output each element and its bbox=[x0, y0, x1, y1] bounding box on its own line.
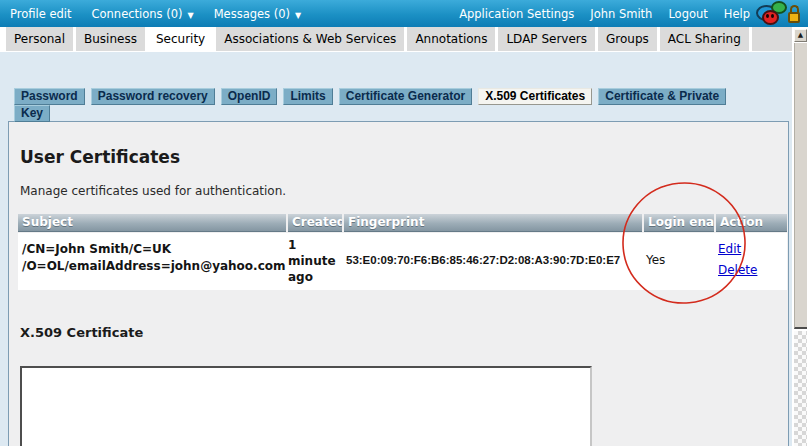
cell-fingerprint: 53:E0:09:70:F6:B6:85:46:27:D2:08:A3:90:7… bbox=[346, 254, 620, 266]
padlock-icon bbox=[788, 12, 800, 23]
column-header-login-enabled: Login enabled bbox=[644, 214, 714, 232]
tab-associations-web-services[interactable]: Associations & Web Services bbox=[216, 27, 404, 51]
dropdown-arrow-icon: ▼ bbox=[188, 11, 194, 20]
scrollbar-up-button[interactable]: ▲ bbox=[794, 29, 807, 42]
current-user-link[interactable]: John Smith bbox=[590, 7, 652, 21]
dropdown-arrow-icon: ▼ bbox=[295, 11, 301, 20]
subtab-certificate-private-key[interactable]: Certificate & Private bbox=[598, 88, 726, 105]
tab-security[interactable]: Security bbox=[148, 27, 213, 51]
subtab-certificate-private-key-wrap[interactable]: Key bbox=[14, 105, 50, 122]
profile-edit-link[interactable]: Profile edit bbox=[10, 7, 72, 21]
subtab-password-recovery[interactable]: Password recovery bbox=[91, 88, 215, 105]
subtab-password[interactable]: Password bbox=[14, 88, 85, 105]
column-header-action: Action bbox=[716, 214, 787, 232]
cell-subject: /CN=John Smith/C=UK /O=OL/emailAddress=j… bbox=[22, 241, 286, 275]
security-sub-tab-bar: Password Password recovery OpenID Limits… bbox=[14, 88, 789, 122]
subtab-limits[interactable]: Limits bbox=[283, 88, 332, 105]
connections-menu[interactable]: Connections (0)▼ bbox=[92, 7, 194, 21]
application-settings-link[interactable]: Application Settings bbox=[459, 7, 574, 21]
logout-link[interactable]: Logout bbox=[668, 7, 707, 21]
tab-ldap-servers[interactable]: LDAP Servers bbox=[498, 27, 595, 51]
cell-login-enabled: Yes bbox=[646, 253, 665, 267]
tab-business[interactable]: Business bbox=[76, 27, 145, 51]
edit-link[interactable]: Edit bbox=[718, 239, 757, 260]
page-description: Manage certificates used for authenticat… bbox=[20, 184, 286, 198]
sub-tab-row-1: Password Password recovery OpenID Limits… bbox=[14, 88, 789, 105]
column-header-subject: Subject bbox=[18, 214, 286, 232]
page-title: User Certificates bbox=[20, 147, 180, 167]
tab-acl-sharing[interactable]: ACL Sharing bbox=[660, 27, 749, 51]
red-face-icon bbox=[762, 10, 779, 25]
subtab-openid[interactable]: OpenID bbox=[221, 88, 278, 105]
messages-label: Messages (0) bbox=[214, 7, 290, 21]
help-link[interactable]: Help bbox=[724, 7, 750, 21]
subtab-x509-certificates[interactable]: X.509 Certificates bbox=[478, 88, 592, 105]
scrollbar-track[interactable] bbox=[794, 43, 807, 329]
main-tab-bar: Personal Business Security Associations … bbox=[0, 27, 792, 52]
column-header-created: Created bbox=[288, 214, 342, 232]
x509-certificate-textarea[interactable] bbox=[20, 366, 592, 446]
cell-actions: Edit Delete bbox=[718, 239, 757, 281]
transparency-checkerboard bbox=[794, 331, 807, 446]
tab-personal[interactable]: Personal bbox=[6, 27, 73, 51]
tab-annotations[interactable]: Annotations bbox=[407, 27, 495, 51]
column-header-fingerprint: Fingerprint bbox=[344, 214, 642, 232]
delete-link[interactable]: Delete bbox=[718, 260, 757, 281]
subject-line-1: /CN=John Smith/C=UK bbox=[22, 241, 286, 258]
topbar-left-menu: Profile edit Connections (0)▼ Messages (… bbox=[10, 0, 301, 27]
subtab-certificate-generator[interactable]: Certificate Generator bbox=[339, 88, 472, 105]
topbar: Profile edit Connections (0)▼ Messages (… bbox=[0, 0, 808, 27]
topbar-right-menu: Application Settings John Smith Logout H… bbox=[459, 0, 750, 27]
sub-tab-row-2: Key bbox=[14, 105, 789, 122]
subject-line-2: /O=OL/emailAddress=john@yahoo.com bbox=[22, 258, 286, 275]
cell-created: 1 minute ago bbox=[288, 237, 340, 285]
connections-label: Connections (0) bbox=[92, 7, 183, 21]
tab-groups[interactable]: Groups bbox=[598, 27, 657, 51]
tab-bar-filler bbox=[752, 27, 792, 51]
app-logo bbox=[756, 1, 802, 27]
x509-certificate-heading: X.509 Certificate bbox=[20, 325, 143, 340]
messages-menu[interactable]: Messages (0)▼ bbox=[214, 7, 302, 21]
